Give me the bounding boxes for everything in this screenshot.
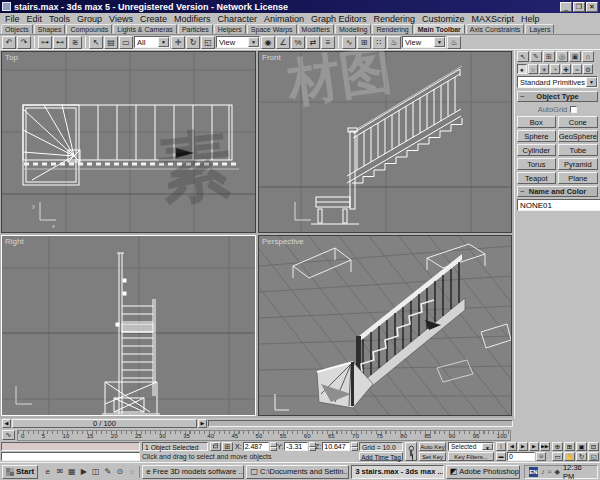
nav-zoom-extents[interactable]: ▣ [576,442,587,451]
set-key-button[interactable]: Set Key [419,452,446,461]
quick-launch-clock[interactable]: ⊙ [114,466,125,478]
tab-space-warps[interactable]: Space Warps [247,24,297,34]
x-coordinate-field[interactable] [243,442,269,451]
playback-play[interactable]: ▶ [518,442,528,451]
category-space-warps[interactable]: ≈ [572,64,582,74]
tab-main-toolbar[interactable]: Main Toolbar [414,24,465,34]
time-slider-right-arrow[interactable]: ▶ [198,419,207,428]
toolbar-render-scene[interactable]: ♨ [387,36,401,49]
quick-launch-media-player[interactable]: ▶ [78,466,89,478]
playback-go-to-end[interactable]: ▶▶| [540,442,550,451]
create-button-box[interactable]: Box [517,116,556,128]
clock[interactable]: 12:36 PM [563,463,593,480]
toolbar-selection-region[interactable]: ▭ [119,36,133,49]
menu-item-help[interactable]: Help [521,14,540,24]
task-stairs-max[interactable]: 3stairs.max - 3ds max ... [351,465,444,479]
menu-item-edit[interactable]: Edit [27,14,43,24]
current-frame-field[interactable] [507,452,535,461]
nav-region-zoom[interactable]: ▭ [552,452,563,461]
task-adobe-photoshop[interactable]: ◩Adobe Photoshop [446,465,520,479]
autogrid-checkbox[interactable] [570,106,577,113]
category-systems[interactable]: ⚙ [583,64,593,74]
maxscript-listener-bottom[interactable] [1,452,140,461]
task-documents-folder[interactable]: ▢C:\Documents and Settin... [246,465,349,479]
mini-curve-editor-icon[interactable]: ∿ [2,430,15,440]
menu-item-customize[interactable]: Customize [422,14,465,24]
key-filters-button[interactable]: Key Filters... [448,452,494,461]
maxscript-listener-top[interactable] [1,442,140,451]
create-button-cone[interactable]: Cone [558,116,598,128]
nav-zoom-all[interactable]: ⊞ [564,442,575,451]
menu-item-group[interactable]: Group [77,14,102,24]
tab-axis-constraints[interactable]: Axis Constraints [466,24,525,34]
panel-tab-display[interactable]: ▣ [569,51,581,62]
toolbar-redo[interactable]: ↷ [17,36,31,49]
category-geometry[interactable]: ● [517,64,527,74]
playback-previous-frame[interactable]: ◀ [507,442,517,451]
create-button-torus[interactable]: Torus [517,158,556,170]
toolbar-select-and-link[interactable]: ⊶ [38,36,52,49]
name-and-color-rollout[interactable]: Name and Color [517,186,598,197]
panel-tab-utilities[interactable]: ⌂ [582,51,594,62]
tab-layers[interactable]: Layers [525,24,554,34]
quick-launch-show-desktop[interactable]: ▦ [66,466,77,478]
toolbar-schematic-view[interactable]: ⊞ [357,36,371,49]
toolbar-material-editor[interactable]: ∷ [372,36,386,49]
minimize-button[interactable]: _ [560,2,572,12]
viewport-label-perspective[interactable]: Perspective [262,237,304,246]
nav-pan[interactable]: ✋ [564,452,575,461]
reference-coordinate-dropdown[interactable]: View [216,36,260,48]
object-type-rollout[interactable]: Object Type [517,91,598,102]
playback-next-frame[interactable]: ▶ [529,442,539,451]
menu-item-views[interactable]: Views [109,14,133,24]
menu-item-create[interactable]: Create [140,14,167,24]
key-mode-dropdown[interactable]: Selected [448,442,494,451]
time-configuration-icon[interactable]: ⊙ [536,452,546,461]
nav-min-max-toggle[interactable]: ◱ [588,452,599,461]
menu-item-maxscript[interactable]: MAXScript [472,14,515,24]
set-key-toggle[interactable] [405,442,417,461]
create-button-geosphere[interactable]: GeoSphere [558,130,598,142]
menu-item-animation[interactable]: Animation [264,14,304,24]
track-bar-ruler[interactable]: 0510152025303540455055606570758085909510… [17,430,511,441]
category-lights[interactable]: ☀ [539,64,549,74]
tab-shapes[interactable]: Shapes [34,24,66,34]
volume-icon[interactable]: ♪ [541,468,545,475]
selection-filter-dropdown[interactable]: All [134,36,170,48]
toolbar-curve-editor[interactable]: ∿ [342,36,356,49]
tab-rendering[interactable]: Rendering [372,24,412,34]
panel-tab-create[interactable]: ↖ [517,51,529,62]
tab-particles[interactable]: Particles [178,24,213,34]
add-time-tag[interactable]: Add Time Tag [359,452,403,461]
quick-launch-explorer[interactable]: ◫ [90,466,101,478]
create-button-tube[interactable]: Tube [558,144,598,156]
render-type-dropdown[interactable]: View [402,36,446,48]
nav-zoom[interactable]: ⊕ [552,442,563,451]
toolbar-angle-snap[interactable]: ∠ [276,36,290,49]
panel-tab-motion[interactable]: ◎ [556,51,568,62]
start-button[interactable]: Start [2,465,38,479]
create-button-sphere[interactable]: Sphere [517,130,556,142]
x-spinner[interactable] [270,442,277,451]
toolbar-percent-snap[interactable]: % [291,36,305,49]
viewport-top[interactable]: Top [1,51,256,233]
toolbar-undo[interactable]: ↶ [2,36,16,49]
object-name-field[interactable] [517,199,600,211]
tab-modeling[interactable]: Modeling [335,24,371,34]
quick-launch-outlook[interactable]: ✉ [54,466,65,478]
time-slider-handle[interactable]: 0 / 100 [12,419,197,428]
viewport-right[interactable]: Right [1,235,256,416]
create-button-plane[interactable]: Plane [558,172,598,184]
create-button-cylinder[interactable]: Cylinder [517,144,556,156]
tab-helpers[interactable]: Helpers [214,24,246,34]
menu-item-character[interactable]: Character [217,14,257,24]
restore-button[interactable]: ❐ [573,2,585,12]
toolbar-quick-render[interactable]: ♨ [447,36,461,49]
playback-go-to-start[interactable]: |◀◀ [496,442,506,451]
category-cameras[interactable]: ◔ [550,64,560,74]
category-shapes[interactable]: ○ [528,64,538,74]
tab-compounds[interactable]: Compounds [66,24,112,34]
viewport-perspective[interactable]: Perspective [258,235,512,416]
toolbar-bind-to-space-warp[interactable]: ≋ [68,36,82,49]
panel-tab-hierarchy[interactable]: ⊞ [543,51,555,62]
